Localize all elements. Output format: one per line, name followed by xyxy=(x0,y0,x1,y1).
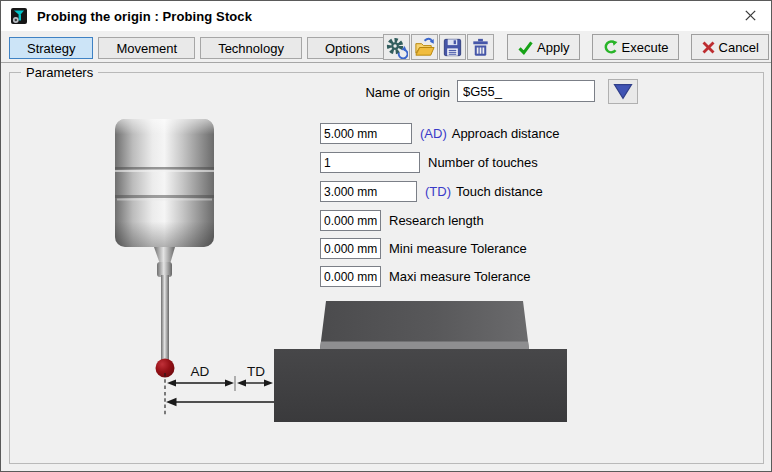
tab-strip: Strategy Movement Technology Options xyxy=(9,37,388,59)
cancel-button[interactable]: Cancel xyxy=(691,34,769,60)
field-label: Research length xyxy=(389,213,484,228)
field-label: Number of touches xyxy=(428,155,538,170)
execute-button[interactable]: Execute xyxy=(592,34,679,60)
toolbar-separator xyxy=(1,62,771,63)
touch-distance-input[interactable] xyxy=(320,181,417,202)
close-button[interactable] xyxy=(733,3,767,27)
toolbar: Strategy Movement Technology Options xyxy=(1,31,771,62)
dimension-arrowheads xyxy=(166,379,273,406)
toolbar-actions: Apply Execute Cancel ? xyxy=(383,33,772,61)
dimension-lines xyxy=(165,373,274,417)
field-label: Mini measure Tolerance xyxy=(389,241,527,256)
gear-refresh-icon xyxy=(385,36,408,59)
window-title: Probing the origin : Probing Stock xyxy=(37,9,252,24)
save-floppy-icon xyxy=(441,36,464,59)
down-triangle-icon xyxy=(612,82,634,101)
open-folder-icon xyxy=(413,36,436,59)
field-label: (TD)Touch distance xyxy=(425,184,543,199)
open-button[interactable] xyxy=(411,34,438,60)
field-row-approach-distance: (AD)Approach distance xyxy=(320,123,559,144)
execute-label: Execute xyxy=(622,40,669,55)
trash-icon xyxy=(469,36,492,59)
field-row-number-of-touches: Number of touches xyxy=(320,152,538,173)
field-row-touch-distance: (TD)Touch distance xyxy=(320,181,543,202)
mini-measure-tolerance-input[interactable] xyxy=(320,238,381,259)
delete-button[interactable] xyxy=(467,34,494,60)
title-bar: Probing the origin : Probing Stock xyxy=(1,1,771,31)
cancel-x-icon xyxy=(701,40,716,55)
parameters-groupbox: Parameters Name of origin (AD)Approach d… xyxy=(9,72,764,464)
apply-check-icon xyxy=(517,39,534,56)
tab-technology[interactable]: Technology xyxy=(200,37,302,59)
apply-label: Apply xyxy=(537,40,570,55)
origin-dropdown-button[interactable] xyxy=(608,79,638,104)
tab-movement[interactable]: Movement xyxy=(98,37,195,59)
name-of-origin-label: Name of origin xyxy=(340,85,450,100)
number-of-touches-input[interactable] xyxy=(320,152,420,173)
field-row-mini-measure-tolerance: Mini measure Tolerance xyxy=(320,238,527,259)
stock-graphic xyxy=(274,301,567,422)
field-label: Maxi measure Tolerance xyxy=(389,269,530,284)
probe-tool-graphic xyxy=(115,119,214,378)
field-row-maxi-measure-tolerance: Maxi measure Tolerance xyxy=(320,266,530,287)
maxi-measure-tolerance-input[interactable] xyxy=(320,266,381,287)
execute-refresh-icon xyxy=(602,39,619,56)
ad-dimension-label: AD xyxy=(191,364,210,379)
field-row-research-length: Research length xyxy=(320,210,484,231)
tab-strategy[interactable]: Strategy xyxy=(9,37,93,59)
cancel-label: Cancel xyxy=(719,40,759,55)
probing-dialog-window: Probing the origin : Probing Stock Strat… xyxy=(0,0,772,472)
app-probe-icon xyxy=(11,8,27,24)
save-button[interactable] xyxy=(439,34,466,60)
name-of-origin-input[interactable] xyxy=(457,80,595,102)
research-length-input[interactable] xyxy=(320,210,381,231)
parameters-legend: Parameters xyxy=(21,65,98,80)
settings-button[interactable] xyxy=(383,34,410,60)
tab-options[interactable]: Options xyxy=(307,37,388,59)
td-dimension-label: TD xyxy=(247,364,265,379)
probe-ball-tip xyxy=(156,359,175,378)
approach-distance-input[interactable] xyxy=(320,123,412,144)
field-label: (AD)Approach distance xyxy=(420,126,559,141)
apply-button[interactable]: Apply xyxy=(507,34,580,60)
close-icon xyxy=(744,9,757,22)
